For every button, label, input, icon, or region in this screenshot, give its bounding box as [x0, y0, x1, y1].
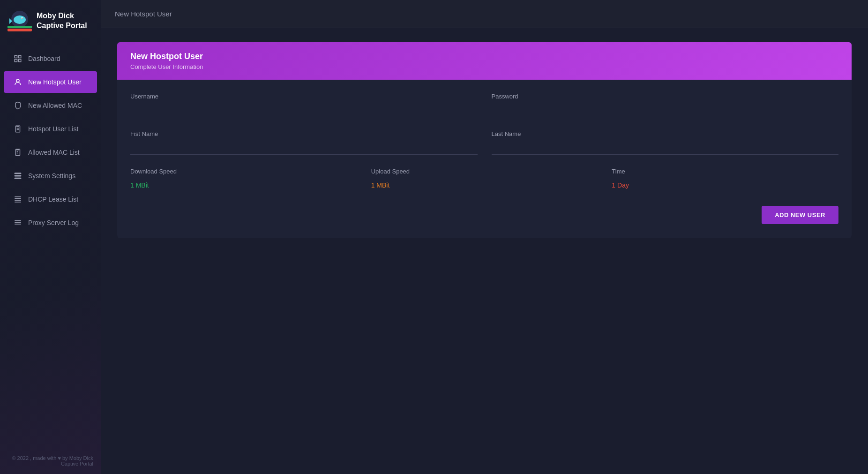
- svg-rect-6: [7, 26, 32, 28]
- sidebar-footer: © 2022 , made with ♥ by Moby Dick Captiv…: [0, 448, 101, 474]
- form-card: New Hostpot User Complete User Informati…: [117, 42, 852, 238]
- download-speed-label: Download Speed: [130, 168, 357, 175]
- password-label: Password: [492, 93, 839, 100]
- upload-speed-label: Upload Speed: [371, 168, 598, 175]
- logo-area: Moby Dick Captive Portal: [0, 0, 101, 42]
- svg-rect-8: [19, 55, 21, 58]
- logo-icon: [7, 9, 32, 33]
- sidebar-item-dashboard[interactable]: Dashboard: [4, 48, 97, 69]
- sidebar-item-label: New Hotspot User: [28, 78, 82, 86]
- main-area: New Hotspot User New Hostpot User Comple…: [101, 0, 868, 474]
- list2-icon: [13, 218, 22, 227]
- time-label: Time: [612, 168, 838, 175]
- add-new-user-button[interactable]: ADD NEW USER: [762, 206, 838, 224]
- username-input[interactable]: [130, 104, 478, 117]
- card-header: New Hostpot User Complete User Informati…: [117, 42, 852, 80]
- svg-rect-5: [7, 29, 32, 31]
- speed-labels-row: Download Speed 1 MBit Upload Speed 1 MBi…: [130, 168, 838, 191]
- sidebar-item-label: System Settings: [28, 172, 75, 180]
- username-field: Username: [130, 93, 478, 117]
- sidebar-item-label: New Allowed MAC: [28, 102, 82, 109]
- sidebar-item-label: DHCP Lease List: [28, 196, 78, 203]
- sidebar-item-label: Hotspot User List: [28, 125, 78, 133]
- sidebar-item-label: Proxy Server Log: [28, 219, 79, 226]
- svg-rect-20: [15, 178, 21, 179]
- svg-rect-10: [19, 60, 21, 62]
- username-label: Username: [130, 93, 478, 100]
- time-field: Time 1 Day: [612, 168, 838, 191]
- card-title: New Hostpot User: [130, 52, 838, 61]
- sidebar-item-system-settings[interactable]: System Settings: [4, 165, 97, 187]
- upload-speed-value: 1 MBit: [371, 180, 598, 191]
- last-name-input[interactable]: [492, 141, 839, 155]
- name-row: Fist Name Last Name: [130, 130, 838, 155]
- svg-rect-7: [15, 55, 17, 58]
- svg-rect-18: [15, 173, 21, 174]
- settings-icon: [13, 171, 22, 181]
- sidebar-item-hotspot-user-list[interactable]: Hotspot User List: [4, 118, 97, 140]
- download-speed-value: 1 MBit: [130, 180, 357, 191]
- svg-rect-9: [15, 60, 17, 62]
- topbar: New Hotspot User: [101, 0, 868, 28]
- svg-point-11: [16, 79, 19, 82]
- sidebar-item-dhcp-lease-list[interactable]: DHCP Lease List: [4, 188, 97, 210]
- person-icon: [13, 77, 22, 87]
- first-name-label: Fist Name: [130, 130, 478, 137]
- first-name-field: Fist Name: [130, 130, 478, 155]
- dashboard-icon: [13, 54, 22, 63]
- download-speed-field: Download Speed 1 MBit: [130, 168, 357, 191]
- last-name-field: Last Name: [492, 130, 839, 155]
- clipboard-icon: [13, 124, 22, 134]
- card-body: Username Password Fist Name Las: [117, 80, 852, 238]
- sidebar-item-new-hotspot-user[interactable]: New Hotspot User: [4, 71, 97, 93]
- content-area: New Hostpot User Complete User Informati…: [101, 28, 868, 474]
- clipboard2-icon: [13, 148, 22, 157]
- upload-speed-field: Upload Speed 1 MBit: [371, 168, 598, 191]
- svg-rect-19: [15, 175, 21, 176]
- nav-menu: Dashboard New Hotspot User New Allo: [0, 42, 101, 448]
- logo-text: Moby Dick Captive Portal: [37, 11, 87, 31]
- sidebar: Moby Dick Captive Portal Dashboard: [0, 0, 101, 474]
- shield-icon: [13, 101, 22, 110]
- list-icon: [13, 195, 22, 204]
- sidebar-item-new-allowed-mac[interactable]: New Allowed MAC: [4, 95, 97, 116]
- password-field: Password: [492, 93, 839, 117]
- svg-point-1: [14, 15, 26, 24]
- sidebar-item-allowed-mac-list[interactable]: Allowed MAC List: [4, 142, 97, 163]
- sidebar-item-proxy-server-log[interactable]: Proxy Server Log: [4, 212, 97, 233]
- form-actions: ADD NEW USER: [130, 206, 838, 224]
- username-password-row: Username Password: [130, 93, 838, 117]
- card-subtitle: Complete User Information: [130, 63, 838, 70]
- first-name-input[interactable]: [130, 141, 478, 155]
- sidebar-item-label: Allowed MAC List: [28, 149, 80, 156]
- sidebar-item-label: Dashboard: [28, 55, 60, 62]
- password-input[interactable]: [492, 104, 839, 117]
- last-name-label: Last Name: [492, 130, 839, 137]
- svg-point-3: [22, 18, 22, 19]
- time-value: 1 Day: [612, 180, 838, 191]
- breadcrumb: New Hotspot User: [115, 10, 172, 18]
